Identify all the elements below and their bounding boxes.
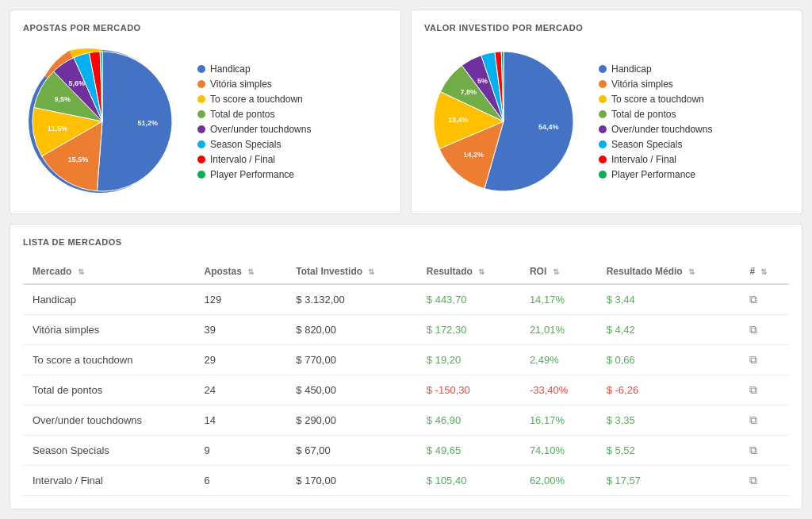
- cell-medio: $ 4,42: [597, 315, 741, 345]
- cell-medio: $ 0,66: [597, 345, 741, 375]
- main-container: APOSTAS POR MERCADO 51,2%15,5%11,5%9,5%5…: [0, 0, 812, 519]
- cell-resultado: $ -150,30: [417, 375, 520, 406]
- cell-mercado: Vitória simples: [23, 315, 194, 345]
- legend-item-4: Over/under touchdowns: [197, 124, 311, 135]
- cell-mercado: Season Specials: [23, 436, 194, 466]
- legend-dot-2: [197, 95, 205, 103]
- valor-legend-dot-3: [599, 110, 607, 118]
- valor-legend-dot-7: [599, 171, 607, 179]
- valor-legend-dot-6: [599, 156, 607, 163]
- valor-legend-label-5: Season Specials: [611, 139, 682, 150]
- col-resultado: Resultado ⇅: [417, 260, 520, 284]
- legend-label-4: Over/under touchdowns: [210, 124, 311, 135]
- valor-legend-dot-2: [599, 95, 607, 103]
- col-total: Total Investido ⇅: [286, 260, 417, 284]
- table-row: Intervalo / Final6$ 170,00$ 105,4062,00%…: [23, 466, 789, 496]
- svg-text:13,4%: 13,4%: [448, 116, 469, 124]
- cell-apostas: 39: [194, 315, 286, 345]
- legend-dot-7: [197, 171, 205, 179]
- cell-total: $ 770,00: [286, 345, 417, 375]
- cell-roi: 2,49%: [520, 345, 597, 375]
- cell-link[interactable]: ⧉: [740, 315, 789, 345]
- sort-icon-roi[interactable]: ⇅: [553, 267, 559, 276]
- table-row: Total de pontos24$ 450,00$ -150,30-33,40…: [23, 375, 789, 406]
- valor-chart-area: 54,4%14,2%13,4%7,8%5% Handicap Vitória s…: [424, 42, 789, 201]
- table-card: LISTA DE MERCADOS Mercado ⇅ Apostas ⇅ To…: [10, 224, 802, 509]
- cell-roi: 74,10%: [520, 436, 597, 466]
- apostas-chart-area: 51,2%15,5%11,5%9,5%5,6% Handicap Vitória…: [23, 42, 388, 201]
- legend-dot-5: [197, 140, 205, 148]
- cell-apostas: 9: [194, 436, 286, 466]
- legend-label-0: Handicap: [210, 63, 251, 75]
- cell-link[interactable]: ⧉: [740, 284, 789, 315]
- valor-legend-label-7: Player Performance: [611, 169, 695, 180]
- cell-total: $ 3.132,00: [286, 284, 417, 315]
- cell-apostas: 6: [194, 466, 286, 496]
- svg-text:15,5%: 15,5%: [68, 156, 89, 163]
- cell-apostas: 29: [194, 345, 286, 375]
- cell-medio: $ -6,26: [597, 375, 741, 406]
- legend-item-5: Season Specials: [197, 139, 311, 150]
- cell-roi: 62,00%: [520, 466, 597, 496]
- valor-legend-item-2: To score a touchdown: [599, 94, 712, 105]
- cell-medio: $ 5,52: [597, 436, 741, 466]
- svg-text:9,5%: 9,5%: [55, 95, 71, 103]
- legend-label-6: Intervalo / Final: [210, 154, 275, 165]
- svg-text:7,8%: 7,8%: [460, 88, 477, 96]
- cell-medio: $ 3,44: [597, 284, 741, 315]
- legend-item-1: Vitória simples: [197, 79, 311, 90]
- cell-medio: $ 17,57: [597, 466, 741, 496]
- cell-resultado: $ 172,30: [417, 315, 520, 345]
- sort-icon-resultado[interactable]: ⇅: [478, 267, 485, 276]
- cell-total: $ 67,00: [286, 436, 417, 466]
- cell-link[interactable]: ⧉: [740, 406, 789, 436]
- cell-total: $ 170,00: [286, 466, 417, 496]
- valor-legend-label-2: To score a touchdown: [611, 94, 704, 105]
- valor-legend-dot-0: [599, 65, 607, 73]
- sort-icon-apostas[interactable]: ⇅: [247, 267, 254, 276]
- valor-legend-item-3: Total de pontos: [599, 109, 712, 120]
- sort-icon-total[interactable]: ⇅: [368, 267, 374, 276]
- cell-mercado: Handicap: [23, 284, 194, 315]
- sort-icon-medio[interactable]: ⇅: [688, 267, 695, 276]
- apostas-title: APOSTAS POR MERCADO: [23, 23, 388, 33]
- valor-pie-svg: 54,4%14,2%13,4%7,8%5%: [424, 42, 583, 201]
- table-row: To score a touchdown29$ 770,00$ 19,202,4…: [23, 345, 789, 375]
- valor-legend-dot-5: [599, 140, 607, 148]
- sort-icon-hash[interactable]: ⇅: [760, 267, 767, 276]
- apostas-card: APOSTAS POR MERCADO 51,2%15,5%11,5%9,5%5…: [10, 10, 401, 214]
- valor-legend-item-4: Over/under touchdowns: [599, 124, 712, 135]
- table-body: Handicap129$ 3.132,00$ 443,7014,17%$ 3,4…: [23, 284, 789, 496]
- legend-item-2: To score a touchdown: [197, 94, 311, 105]
- svg-text:54,4%: 54,4%: [538, 123, 559, 131]
- apostas-pie-container: 51,2%15,5%11,5%9,5%5,6%: [23, 42, 182, 201]
- charts-row: APOSTAS POR MERCADO 51,2%15,5%11,5%9,5%5…: [10, 10, 802, 214]
- valor-legend-dot-4: [599, 125, 607, 133]
- legend-label-3: Total de pontos: [210, 109, 274, 120]
- cell-mercado: To score a touchdown: [23, 345, 194, 375]
- cell-link[interactable]: ⧉: [740, 345, 789, 375]
- cell-total: $ 290,00: [286, 406, 417, 436]
- table-header: Mercado ⇅ Apostas ⇅ Total Investido ⇅ Re…: [23, 260, 789, 284]
- col-mercado: Mercado ⇅: [23, 260, 194, 284]
- cell-link[interactable]: ⧉: [740, 436, 789, 466]
- cell-resultado: $ 19,20: [417, 345, 520, 375]
- cell-roi: 16,17%: [520, 406, 597, 436]
- valor-legend-item-0: Handicap: [599, 63, 712, 75]
- cell-resultado: $ 443,70: [417, 284, 520, 315]
- valor-legend-label-4: Over/under touchdowns: [611, 124, 712, 135]
- legend-dot-1: [197, 80, 205, 88]
- legend-item-6: Intervalo / Final: [197, 154, 311, 165]
- sort-icon-mercado[interactable]: ⇅: [78, 267, 84, 276]
- cell-link[interactable]: ⧉: [740, 375, 789, 406]
- col-hash: # ⇅: [740, 260, 789, 284]
- legend-label-7: Player Performance: [210, 169, 294, 180]
- cell-apostas: 24: [194, 375, 286, 406]
- cell-link[interactable]: ⧉: [740, 466, 789, 496]
- valor-legend: Handicap Vitória simples To score a touc…: [599, 63, 712, 180]
- table-row: Vitória simples39$ 820,00$ 172,3021,01%$…: [23, 315, 789, 345]
- valor-legend-label-6: Intervalo / Final: [611, 154, 676, 165]
- valor-card: VALOR INVESTIDO POR MERCADO 54,4%14,2%13…: [411, 10, 802, 214]
- cell-mercado: Intervalo / Final: [23, 466, 194, 496]
- svg-text:5%: 5%: [477, 77, 488, 85]
